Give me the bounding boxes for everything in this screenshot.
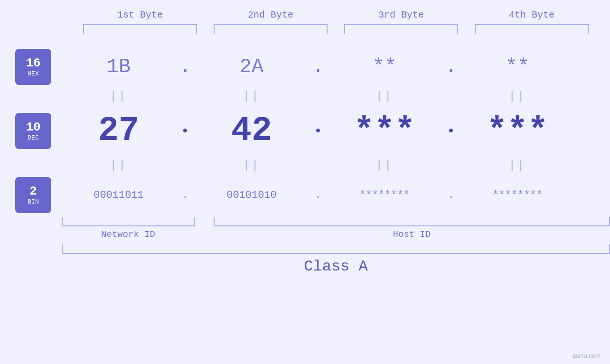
class-area: Class A (62, 244, 610, 275)
dec-val-4: *** (487, 112, 548, 150)
dec-row: 27 • 42 • *** • *** (62, 107, 610, 155)
bracket-top-2 (214, 24, 328, 34)
host-bracket (214, 217, 610, 226)
bin-badge-wrapper: 2 BIN (15, 176, 51, 214)
dec-badge-number: 10 (26, 121, 40, 134)
dec-dot-2: • (309, 124, 328, 139)
bin-dot-3: . (441, 189, 460, 201)
eq2-sym-3: || (376, 159, 394, 172)
bin-val-2: 00101010 (226, 189, 277, 201)
dec-badge: 10 DEC (15, 113, 51, 149)
bin-cell-4: ******** (460, 189, 574, 201)
dec-val-2: 42 (231, 112, 272, 150)
host-id-label: Host ID (214, 229, 610, 240)
bracket-top-1 (83, 24, 197, 34)
bin-badge-number: 2 (29, 185, 37, 198)
hex-cell-3: ** (328, 56, 441, 78)
dec-cell-4: *** (460, 112, 574, 150)
dec-cell-3: *** (328, 112, 441, 150)
equals-row-1: || || || || (62, 86, 610, 107)
eq1-cell-4: || (460, 90, 574, 103)
bin-cell-3: ******** (328, 189, 441, 201)
bin-row: 00011011 . 00101010 . ******** . (62, 176, 610, 214)
eq1-sym-4: || (509, 90, 526, 103)
hex-badge-number: 16 (26, 56, 40, 70)
dec-badge-label: DEC (28, 134, 38, 141)
class-label: Class A (62, 258, 610, 275)
id-labels-row: Network ID Host ID (62, 229, 610, 240)
hex-cell-1: 1B (62, 56, 176, 78)
byte2-header: 2nd Byte (214, 9, 328, 20)
eq2-cell-2: || (195, 159, 309, 172)
dec-badge-wrapper: 10 DEC (15, 107, 51, 155)
eq2-cell-4: || (460, 159, 574, 172)
byte-headers: 1st Byte 2nd Byte 3rd Byte 4th Byte (75, 9, 597, 20)
byte4-header: 4th Byte (475, 9, 589, 20)
hex-val-4: ** (506, 56, 529, 78)
bin-cell-1: 00011011 (62, 189, 176, 201)
bin-dot-1: . (176, 189, 195, 201)
watermark: ipshu.com (572, 352, 601, 359)
content-wrapper: 16 HEX 10 DEC 2 BIN (0, 48, 610, 275)
hex-val-2: 2A (240, 56, 263, 78)
hex-val-1: 1B (107, 56, 131, 78)
hex-val-3: ** (373, 56, 396, 78)
eq2-cell-1: || (62, 159, 176, 172)
dec-val-3: *** (354, 112, 415, 150)
bin-badge: 2 BIN (15, 177, 51, 213)
eq2-sym-1: || (110, 159, 128, 172)
main-container: 1st Byte 2nd Byte 3rd Byte 4th Byte 16 H… (0, 0, 610, 364)
eq1-sym-3: || (376, 90, 394, 103)
bin-val-1: 00011011 (94, 189, 144, 201)
eq2-sym-4: || (509, 159, 526, 172)
byte1-header: 1st Byte (83, 9, 197, 20)
hex-dot-2: . (309, 56, 328, 78)
hex-dot-1: . (176, 56, 195, 78)
dec-dot-1: • (176, 124, 195, 139)
class-bracket (62, 244, 610, 254)
equals-row-2: || || || || (62, 155, 610, 176)
bottom-brackets-area: Network ID Host ID (62, 217, 610, 240)
dec-cell-1: 27 (62, 112, 176, 150)
hex-dot-3: . (441, 56, 460, 78)
eq2-cell-3: || (328, 159, 441, 172)
bracket-top-3 (344, 24, 458, 34)
eq1-cell-2: || (195, 90, 309, 103)
bottom-bracket-row (62, 217, 610, 226)
dec-dot-3: • (441, 124, 460, 139)
hex-badge-label: HEX (28, 70, 38, 77)
top-brackets (75, 24, 597, 34)
bin-dot-2: . (309, 189, 328, 201)
byte3-header: 3rd Byte (344, 9, 458, 20)
bin-badge-label: BIN (28, 198, 38, 205)
eq1-cell-1: || (62, 90, 176, 103)
eq1-sym-2: || (243, 90, 261, 103)
network-id-label: Network ID (62, 229, 195, 240)
eq2-sym-2: || (243, 159, 261, 172)
eq1-sym-1: || (110, 90, 128, 103)
eq1-cell-3: || (328, 90, 441, 103)
bin-cell-2: 00101010 (195, 189, 309, 201)
hex-badge: 16 HEX (15, 49, 51, 85)
hex-cell-4: ** (460, 56, 574, 78)
dec-cell-2: 42 (195, 112, 309, 150)
dec-val-1: 27 (98, 112, 139, 150)
network-bracket (62, 217, 195, 226)
hex-badge-wrapper: 16 HEX (15, 48, 51, 86)
badges-column: 16 HEX 10 DEC 2 BIN (0, 48, 62, 214)
data-grid: 1B . 2A . ** . ** (62, 48, 610, 275)
bracket-top-4 (475, 24, 589, 34)
bin-val-3: ******** (359, 189, 410, 201)
bin-val-4: ******** (492, 189, 543, 201)
hex-row: 1B . 2A . ** . ** (62, 48, 610, 86)
hex-cell-2: 2A (195, 56, 309, 78)
